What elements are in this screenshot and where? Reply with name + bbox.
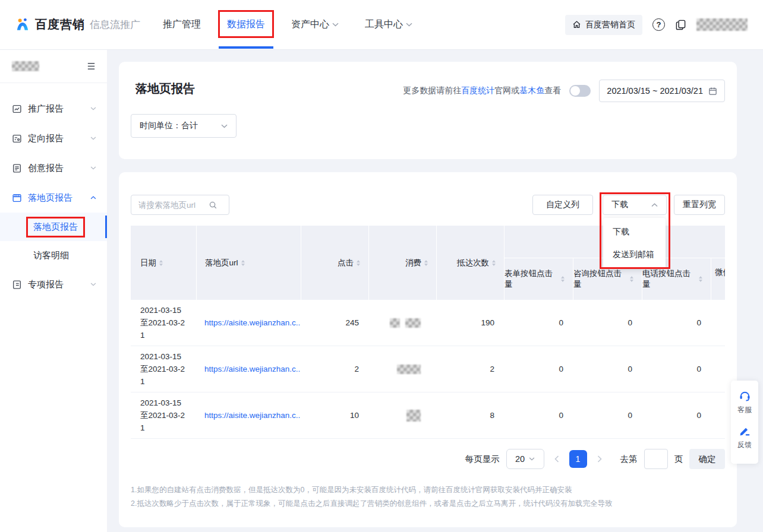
active-tab-underline: [219, 46, 273, 49]
customize-columns-button[interactable]: 自定义列: [532, 195, 593, 215]
download-menu-item-email[interactable]: 发送到邮箱: [603, 243, 666, 266]
time-unit-select[interactable]: 时间单位：合计: [131, 114, 237, 138]
nav-item-asset-center[interactable]: 资产中心: [291, 18, 339, 31]
table-row: 2021-03-15至2021-03-21 https://aisite.wej…: [131, 392, 725, 439]
column-header-clicks[interactable]: 点击: [301, 226, 368, 300]
sort-icon: [424, 260, 428, 266]
masked-value: [397, 365, 421, 374]
sidebar-item-landing-report[interactable]: 落地页报告: [0, 183, 107, 213]
chevron-down-icon: [90, 283, 96, 286]
masked-value: [405, 318, 421, 328]
pencil-icon: [739, 425, 751, 437]
sidebar-menu: 推广报告 定向报告 创意报告: [0, 83, 107, 299]
sidebar-subitem-visitor-detail[interactable]: 访客明细: [0, 241, 107, 270]
cell-form-clicks: 0: [504, 365, 573, 373]
note-line-2: 2.抵达次数略少于点击次数，属于正常现象，可能是点击之后直接调起了营销类的创意组…: [131, 497, 612, 511]
column-header-date[interactable]: 日期: [131, 226, 196, 300]
reset-column-width-button[interactable]: 重置列宽: [674, 195, 725, 215]
cell-date: 2021-03-15至2021-03-21: [131, 350, 196, 388]
data-source-toggle[interactable]: [569, 85, 591, 97]
baidu-marketing-logo-icon: [14, 17, 31, 33]
brand-name: 百度营销: [35, 17, 85, 33]
headset-icon: [738, 388, 752, 402]
page-title: 落地页报告: [135, 81, 195, 97]
home-icon: [572, 20, 581, 29]
nav-item-tool-center[interactable]: 工具中心: [365, 18, 412, 31]
chevron-down-icon: [221, 124, 228, 128]
download-dropdown-wrap: 下载 下载 发送到邮箱: [603, 195, 667, 215]
nav-item-data-report[interactable]: 数据报告: [227, 18, 265, 31]
promotion-report-icon: [12, 104, 22, 114]
sidebar-item-special-report[interactable]: 专项报告: [0, 270, 107, 299]
chevron-up-icon: [651, 203, 658, 207]
cell-url-link[interactable]: https://aisite.wejianzhan.c...: [196, 411, 301, 420]
chevron-down-icon: [406, 23, 412, 27]
column-header-cost[interactable]: 消费: [368, 226, 436, 300]
sidebar-item-promotion-report[interactable]: 推广报告: [0, 94, 107, 124]
sidebar: 推广报告 定向报告 创意报告: [0, 50, 107, 532]
goto-page-input[interactable]: [644, 449, 668, 469]
sort-icon: [159, 260, 163, 266]
cell-cost-masked: [368, 365, 436, 374]
landing-report-icon: [12, 193, 22, 203]
column-header-url[interactable]: 落地页url: [196, 226, 301, 300]
download-menu-item-download[interactable]: 下载: [603, 221, 666, 243]
next-page-button[interactable]: [594, 455, 606, 463]
cell-cost-masked: [368, 410, 436, 422]
goto-page-label: 去第: [620, 454, 638, 465]
footer-notes: 1.如果您的自建站有点击消费数据，但是抵达次数为0，可能是因为未安装百度统计代码…: [131, 483, 612, 511]
sidebar-item-targeting-report[interactable]: 定向报告: [0, 124, 107, 153]
collapse-sidebar-icon[interactable]: [86, 61, 96, 71]
page-unit-label: 页: [674, 454, 683, 465]
cell-arrivals: 190: [436, 318, 504, 327]
date-range-picker[interactable]: 2021/03/15 ~ 2021/03/21: [599, 80, 725, 102]
prev-page-button[interactable]: [551, 455, 563, 463]
nav-item-promotion-manage[interactable]: 推广管理: [163, 18, 201, 31]
masked-value: [390, 318, 400, 328]
navbar-right: 百度营销首页 ?: [565, 15, 748, 35]
table-row: 2021-03-15至2021-03-21 https://aisite.wej…: [131, 300, 725, 346]
url-search-box: [131, 195, 229, 215]
chevron-down-icon: [332, 23, 339, 27]
cell-date: 2021-03-15至2021-03-21: [131, 397, 196, 434]
username-masked[interactable]: [696, 18, 748, 31]
baidu-tongji-link[interactable]: 百度统计: [461, 86, 494, 95]
column-header-form-clicks[interactable]: 表单按钮点击量: [504, 258, 573, 300]
feedback-button[interactable]: 反馈: [737, 425, 752, 450]
download-button[interactable]: 下载: [603, 195, 667, 215]
targeting-report-icon: [12, 134, 22, 144]
jimuyu-link[interactable]: 基木鱼: [519, 86, 544, 95]
copy-pages-icon[interactable]: [675, 19, 686, 30]
pagination: 每页显示 20 1 去第 页 确定: [465, 449, 726, 469]
column-header-arrivals[interactable]: 抵达次数: [436, 226, 504, 300]
creative-report-icon: [12, 163, 22, 173]
sidebar-subitem-landing-report[interactable]: 落地页报告: [0, 213, 107, 241]
cell-url-link[interactable]: https://aisite.wejianzhan.c...: [196, 318, 301, 327]
main-content: 落地页报告 更多数据请前往百度统计官网或基木鱼查看 2021/03/15 ~ 2…: [107, 50, 763, 532]
cell-form-clicks: 0: [504, 411, 573, 420]
chevron-down-icon: [529, 457, 535, 461]
cell-phone-clicks: 0: [642, 411, 711, 420]
cell-clicks: 10: [301, 411, 368, 420]
chevron-down-icon: [90, 166, 96, 170]
active-indicator-bar: [105, 216, 107, 238]
column-header-wechat-clicks[interactable]: 微信按钮点击量: [711, 258, 725, 300]
confirm-button[interactable]: 确定: [689, 449, 725, 469]
cell-arrivals: 2: [436, 365, 504, 373]
chevron-up-icon: [90, 196, 96, 200]
more-data-notice: 更多数据请前往百度统计官网或基木鱼查看: [403, 86, 561, 96]
cell-consult-clicks: 0: [573, 318, 642, 327]
per-page-select[interactable]: 20: [506, 449, 544, 469]
current-page-button[interactable]: 1: [569, 450, 587, 468]
sidebar-item-creative-report[interactable]: 创意报告: [0, 153, 107, 183]
floating-panel: 客服 反馈: [731, 381, 758, 464]
customer-service-button[interactable]: 客服: [737, 388, 752, 415]
sort-icon: [357, 260, 360, 266]
cell-url-link[interactable]: https://aisite.wejianzhan.c...: [196, 365, 301, 373]
search-icon[interactable]: [209, 201, 217, 210]
account-name-masked: [12, 61, 39, 71]
masked-value: [406, 410, 421, 422]
help-icon[interactable]: ?: [652, 18, 665, 31]
url-search-input[interactable]: [138, 201, 209, 210]
marketing-home-button[interactable]: 百度营销首页: [565, 15, 642, 35]
